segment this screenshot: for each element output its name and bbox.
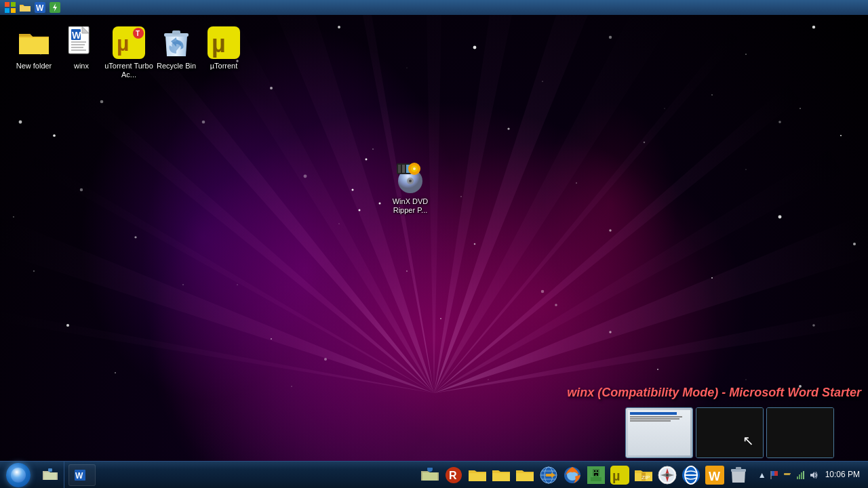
svg-rect-51 <box>594 473 598 474</box>
svg-text:W: W <box>36 3 44 13</box>
tray-bars[interactable] <box>795 470 806 481</box>
windows-logo-topbar[interactable] <box>4 1 16 14</box>
svg-text:W: W <box>75 471 83 481</box>
svg-marker-83 <box>810 472 814 479</box>
svg-rect-74 <box>774 471 778 476</box>
new-folder-label: New folder <box>16 62 52 70</box>
svg-rect-2 <box>5 8 9 13</box>
svg-rect-79 <box>797 476 798 479</box>
top-bar-left: W <box>4 1 61 14</box>
tray-overflow[interactable]: ▲ <box>757 470 768 481</box>
svg-rect-20 <box>172 30 180 35</box>
recycle-bin-label: Recycle Bin <box>157 62 196 70</box>
svg-rect-81 <box>801 472 802 479</box>
tb-network[interactable] <box>538 464 559 486</box>
svg-rect-76 <box>784 473 789 475</box>
taskbar-dock: R <box>416 464 753 486</box>
taskbar-items: W <box>64 462 416 489</box>
start-button[interactable] <box>0 462 37 489</box>
svg-rect-56 <box>599 477 601 481</box>
svg-rect-1 <box>11 2 16 7</box>
taskbar: W R <box>0 461 868 488</box>
svg-text:µ: µ <box>212 30 226 58</box>
preview-thumb-2-inner: ↖ <box>696 408 763 458</box>
tray-speaker[interactable] <box>808 470 819 481</box>
winx-doc-icon-img: W <box>65 26 98 59</box>
winx-topbar[interactable]: W <box>34 1 46 14</box>
svg-rect-14 <box>71 49 86 51</box>
start-orb <box>6 463 31 487</box>
folder-icon-img <box>18 26 50 59</box>
preview-thumb-2[interactable]: ↖ <box>696 407 764 458</box>
svg-rect-27 <box>398 165 401 173</box>
svg-rect-13 <box>71 47 83 48</box>
tb-trash[interactable] <box>728 464 749 486</box>
recycle-bin-icon-img <box>160 26 193 59</box>
svg-text:ZIP: ZIP <box>642 474 650 481</box>
start-orb-inner <box>11 468 26 483</box>
utorrent-label: µTorrent <box>210 62 238 70</box>
utorrent-icon-img: µ <box>208 26 240 59</box>
preview-container: ↖ <box>625 407 834 458</box>
svg-rect-77 <box>789 473 791 474</box>
desktop: W New folder <box>0 0 868 488</box>
tb-safari[interactable] <box>656 464 678 486</box>
tb-minecraft[interactable] <box>585 464 607 486</box>
tb-ie[interactable] <box>680 464 702 486</box>
tb-explorer[interactable] <box>419 464 441 486</box>
svg-rect-52 <box>594 474 595 476</box>
tb-winx-shortcut[interactable]: W <box>704 464 726 486</box>
utorrent-turbo-icon-img: µ T <box>113 26 145 59</box>
svg-point-25 <box>409 180 412 182</box>
svg-rect-11 <box>71 41 86 43</box>
desktop-icon-winx[interactable]: W winx <box>54 24 108 73</box>
clock[interactable]: 10:06 PM <box>821 470 864 481</box>
desktop-icon-utorrent-turbo[interactable]: µ T uTorrent Turbo Ac... <box>102 24 156 82</box>
svg-rect-80 <box>799 474 800 479</box>
svg-rect-3 <box>11 8 16 13</box>
svg-rect-12 <box>71 44 85 45</box>
desktop-icon-utorrent[interactable]: µ µTorrent <box>197 24 251 73</box>
tb-firefox[interactable] <box>561 464 583 486</box>
tooltip-text: winx (Compatibility Mode) - Microsoft Wo… <box>0 386 868 400</box>
desktop-icon-winxdvd[interactable]: WinX DVD Ripper P... <box>383 159 437 218</box>
svg-point-32 <box>413 167 416 170</box>
system-tray: ▲ <box>753 462 868 489</box>
preview-thumb-3-inner <box>767 408 833 458</box>
quick-launch <box>37 462 64 489</box>
svg-rect-55 <box>591 477 593 481</box>
ql-explorer[interactable] <box>41 466 60 485</box>
tb-zip[interactable]: ZIP <box>633 464 654 486</box>
svg-rect-50 <box>597 470 598 472</box>
tray-flag[interactable] <box>770 470 781 481</box>
tb-folder1[interactable] <box>467 464 488 486</box>
utorrent-turbo-label: uTorrent Turbo Ac... <box>104 62 153 79</box>
tb-folder2[interactable] <box>490 464 512 486</box>
lightning-topbar[interactable] <box>49 1 61 14</box>
svg-rect-49 <box>594 470 595 472</box>
winxdvd-icon-img <box>394 162 427 195</box>
svg-rect-53 <box>597 474 598 476</box>
svg-rect-78 <box>789 474 790 475</box>
svg-text:µ: µ <box>117 31 129 56</box>
winx-label: winx <box>74 62 89 70</box>
svg-rect-54 <box>593 476 599 481</box>
preview-thumb-3[interactable] <box>766 407 834 458</box>
svg-text:W: W <box>72 30 81 41</box>
desktop-icon-recycle-bin[interactable]: Recycle Bin <box>149 24 203 73</box>
folder-topbar[interactable] <box>19 1 31 14</box>
svg-rect-72 <box>736 467 741 470</box>
taskbar-word-item[interactable]: W <box>68 464 96 486</box>
tb-registry[interactable]: R <box>443 464 465 486</box>
tb-folder3[interactable] <box>514 464 536 486</box>
svg-text:R: R <box>449 470 457 481</box>
svg-rect-28 <box>402 165 405 173</box>
svg-point-65 <box>666 474 669 476</box>
tb-utorrent[interactable]: µ <box>609 464 631 486</box>
svg-text:µ: µ <box>612 468 620 483</box>
svg-rect-48 <box>593 469 599 476</box>
desktop-icon-new-folder[interactable]: New folder <box>7 24 61 73</box>
preview-thumb-1[interactable] <box>625 407 693 458</box>
tray-key[interactable] <box>783 470 793 481</box>
preview-thumb-1-inner <box>626 408 692 458</box>
